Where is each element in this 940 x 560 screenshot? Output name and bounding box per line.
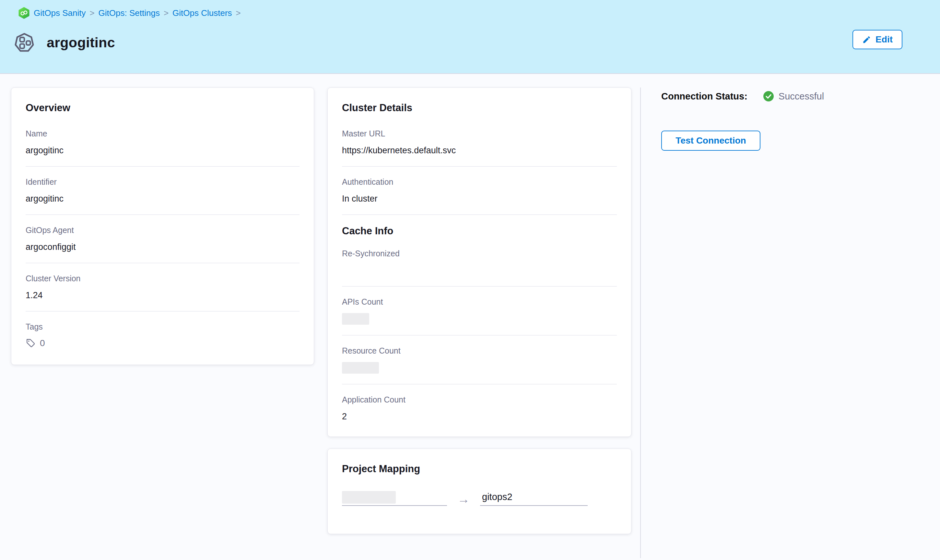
cache-info-heading: Cache Info <box>342 225 617 237</box>
vertical-divider <box>640 88 641 558</box>
test-connection-button[interactable]: Test Connection <box>661 131 760 151</box>
skeleton-placeholder <box>342 491 396 504</box>
divider <box>26 311 300 311</box>
connection-status-label: Connection Status: <box>661 91 748 102</box>
breadcrumb-separator: > <box>164 8 169 18</box>
field-label: Re-Sychronized <box>342 249 617 258</box>
source-project-field[interactable] <box>342 490 447 506</box>
field-value: 1.24 <box>26 290 300 301</box>
cluster-details-card: Cluster Details Master URL https://kuber… <box>328 88 631 437</box>
field-label: Application Count <box>342 395 617 405</box>
divider <box>342 286 617 286</box>
divider <box>342 335 617 335</box>
project-mapping-heading: Project Mapping <box>342 463 617 475</box>
pencil-icon <box>862 35 871 44</box>
overview-heading: Overview <box>26 102 300 114</box>
breadcrumb-item-gitops-settings[interactable]: GitOps: Settings <box>98 8 160 18</box>
breadcrumb-item-gitops-clusters[interactable]: GitOps Clusters <box>172 8 232 18</box>
gitops-logo-icon <box>18 7 30 19</box>
tags-row: 0 <box>26 338 300 348</box>
page-title: argogitinc <box>47 35 115 51</box>
page-body: Overview Name argogitinc Identifier argo… <box>0 74 940 560</box>
field-value-empty <box>342 265 617 276</box>
edit-button[interactable]: Edit <box>852 30 902 49</box>
connection-status-row: Connection Status: Successful <box>661 91 824 102</box>
field-label: Cluster Version <box>26 274 300 283</box>
field-label: Name <box>26 129 300 138</box>
tags-label: Tags <box>26 322 300 332</box>
target-project-field[interactable]: gitops2 <box>480 492 588 506</box>
field-label: APIs Count <box>342 297 617 306</box>
field-label: GitOps Agent <box>26 225 300 235</box>
overview-card: Overview Name argogitinc Identifier argo… <box>11 88 314 365</box>
field-label: Authentication <box>342 177 617 187</box>
tags-count: 0 <box>40 338 45 348</box>
edit-button-label: Edit <box>875 34 893 45</box>
field-value: 2 <box>342 411 617 422</box>
breadcrumb-separator: > <box>236 8 241 18</box>
cluster-details-heading: Cluster Details <box>342 102 617 114</box>
field-label: Identifier <box>26 177 300 187</box>
gitops-cluster-detail-page: GitOps Sanity > GitOps: Settings > GitOp… <box>0 0 940 560</box>
field-label: Master URL <box>342 129 617 138</box>
project-mapping-card: Project Mapping → gitops2 <box>328 449 631 534</box>
success-check-icon <box>763 91 774 102</box>
field-value: https://kubernetes.default.svc <box>342 145 617 156</box>
field-value: argoconfiggit <box>26 242 300 252</box>
breadcrumb-separator: > <box>89 8 94 18</box>
divider <box>342 384 617 385</box>
divider <box>26 263 300 263</box>
skeleton-placeholder <box>342 362 379 374</box>
field-value: argogitinc <box>26 193 300 204</box>
skeleton-placeholder <box>342 313 369 325</box>
project-mapping-row: → gitops2 <box>342 490 617 506</box>
title-row: argogitinc <box>14 32 115 53</box>
page-header: GitOps Sanity > GitOps: Settings > GitOp… <box>0 0 940 74</box>
connection-status-value: Successful <box>778 91 824 102</box>
field-value: argogitinc <box>26 145 300 156</box>
field-label: Resource Count <box>342 346 617 355</box>
field-value: In cluster <box>342 193 617 204</box>
breadcrumb: GitOps Sanity > GitOps: Settings > GitOp… <box>18 7 241 19</box>
tag-icon <box>26 338 36 348</box>
cluster-icon <box>14 32 35 53</box>
breadcrumb-item-gitops-sanity[interactable]: GitOps Sanity <box>34 8 86 18</box>
arrow-right-icon: → <box>457 492 470 506</box>
